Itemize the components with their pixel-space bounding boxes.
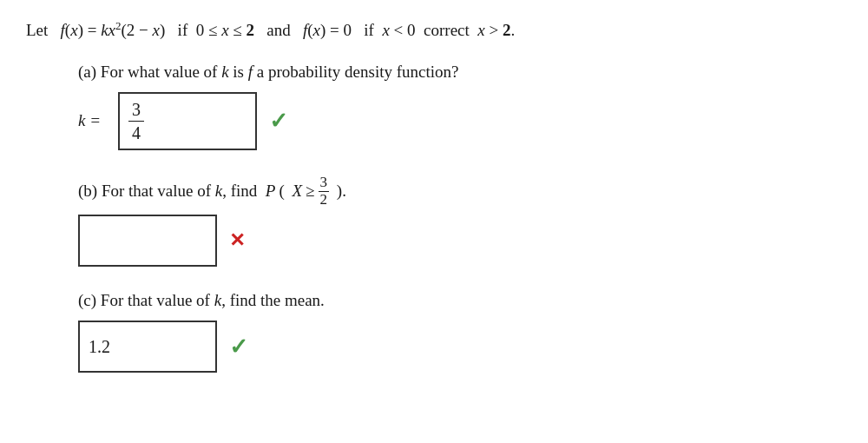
p-fraction: 32 <box>319 175 330 208</box>
k-equals-label: k = <box>78 111 101 130</box>
probability-expression: P( X ≥ 32 ) <box>266 175 342 208</box>
part-b-label: (b) For that value of k, find P( X ≥ 32 … <box>78 175 842 208</box>
correct-checkmark-icon: ✓ <box>269 108 288 135</box>
part-b: (b) For that value of k, find P( X ≥ 32 … <box>78 175 842 267</box>
let-text: Let <box>26 21 56 39</box>
part-c-label: (c) For that value of k, find the mean. <box>78 291 842 310</box>
part-c: (c) For that value of k, find the mean. … <box>78 291 842 373</box>
problem-statement: Let f(x) = kx2(2 − x) if 0 ≤ x ≤ 2 and f… <box>26 17 842 43</box>
condition2: if x < 0 <box>360 21 420 39</box>
fraction-numerator: 3 <box>128 99 144 122</box>
part-a-answer-row: k = 3 4 ✓ <box>78 92 842 150</box>
fx-zero: f(x) = 0 <box>299 21 356 39</box>
fraction-3-4: 3 4 <box>128 99 144 143</box>
incorrect-cross-icon: ✕ <box>229 229 245 252</box>
part-a-label: (a) For what value of k is f a probabili… <box>78 63 842 82</box>
part-a-answer-box[interactable]: 3 4 <box>118 92 257 150</box>
part-b-answer-row: ✕ <box>78 215 842 267</box>
condition3: x > 2. <box>474 21 516 39</box>
part-c-answer-box[interactable]: 1.2 <box>78 321 217 373</box>
and-text: and <box>263 21 295 39</box>
fx-definition: f(x) = kx2(2 − x) <box>61 21 170 39</box>
part-c-answer-value: 1.2 <box>89 337 110 357</box>
part-c-answer-row: 1.2 ✓ <box>78 321 842 373</box>
p-frac-den: 2 <box>319 192 330 208</box>
part-a: (a) For what value of k is f a probabili… <box>78 63 842 150</box>
p-frac-num: 3 <box>319 175 330 192</box>
or-text: correct <box>424 21 470 39</box>
correct-checkmark-c-icon: ✓ <box>229 334 248 360</box>
part-b-answer-box[interactable] <box>78 215 217 267</box>
fraction-denominator: 4 <box>128 122 144 143</box>
condition1: if 0 ≤ x ≤ 2 <box>169 21 259 39</box>
